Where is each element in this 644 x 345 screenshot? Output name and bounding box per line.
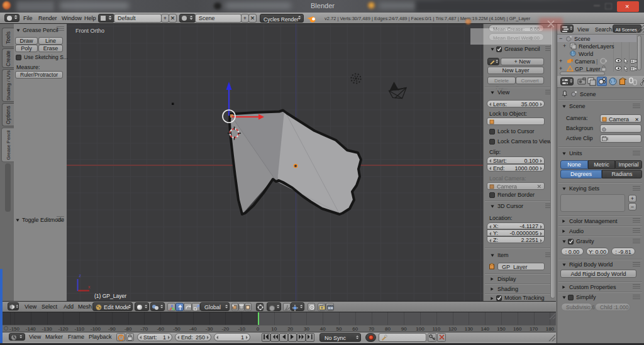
svg-text:x: x: [88, 285, 91, 289]
svg-text:z: z: [79, 273, 82, 278]
